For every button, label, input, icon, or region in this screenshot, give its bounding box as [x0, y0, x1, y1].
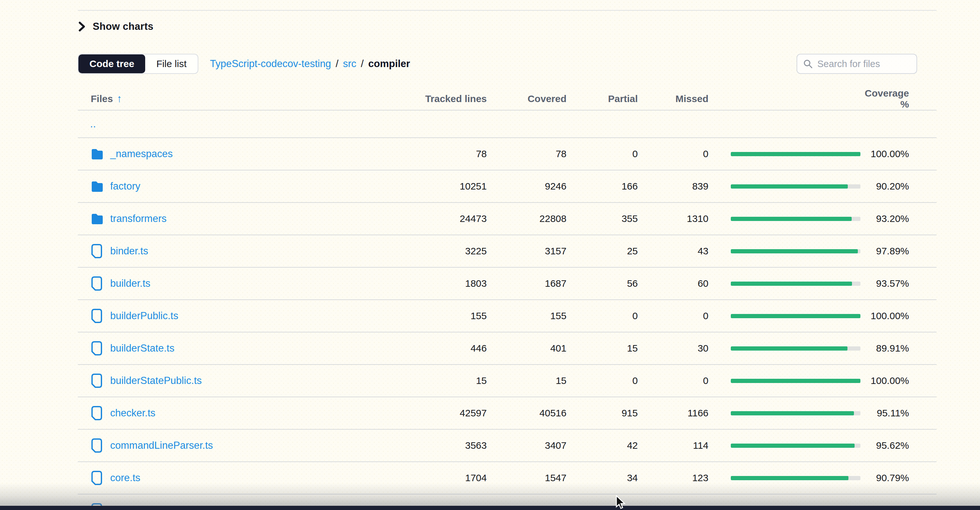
- file-icon: [91, 309, 104, 323]
- header-files[interactable]: Files ↑: [78, 93, 406, 105]
- coverage-percent: 97.89%: [861, 246, 909, 257]
- file-name-cell: core.ts: [78, 471, 406, 485]
- tracked-lines-value: 10251: [406, 181, 487, 192]
- header-tracked-lines[interactable]: Tracked lines: [406, 93, 487, 104]
- coverage-bar-track: [731, 184, 861, 189]
- coverage-bar-fill: [731, 346, 848, 351]
- coverage-bar-cell: [708, 249, 861, 253]
- file-link[interactable]: factory: [110, 181, 140, 192]
- breadcrumb-current: compiler: [368, 58, 410, 70]
- file-name-cell: factory: [78, 179, 406, 194]
- file-icon: [91, 406, 104, 420]
- partial-value: 15: [566, 343, 638, 354]
- tracked-lines-value: 15: [406, 375, 487, 386]
- header-partial[interactable]: Partial: [566, 93, 638, 104]
- tracked-lines-value: 24473: [406, 213, 487, 224]
- breadcrumb-separator: /: [361, 58, 364, 70]
- folder-icon: [91, 179, 104, 194]
- table-row: builder.ts 1803 1687 56 60 93.57%: [78, 268, 937, 300]
- coverage-bar-fill: [731, 443, 854, 448]
- show-charts-label: Show charts: [93, 21, 154, 32]
- search-icon: [803, 59, 813, 69]
- coverage-bar-track: [731, 346, 861, 351]
- tracked-lines-value: 446: [406, 343, 487, 354]
- table-row: core.ts 1704 1547 34 123 90.79%: [78, 462, 937, 494]
- coverage-bar-track: [731, 314, 861, 318]
- covered-value: 1547: [487, 472, 566, 483]
- breadcrumb-repo-link[interactable]: TypeScript-codecov-testing: [210, 58, 331, 70]
- coverage-bar-cell: [708, 379, 861, 383]
- file-link[interactable]: core.ts: [110, 472, 140, 484]
- partial-value: 166: [566, 181, 638, 192]
- file-link[interactable]: builder.ts: [110, 278, 150, 289]
- coverage-percent: 90.20%: [861, 181, 909, 192]
- coverage-bar-fill: [731, 152, 861, 156]
- header-covered[interactable]: Covered: [487, 93, 566, 104]
- chevron-right-icon: [78, 21, 86, 32]
- coverage-percent: 95.62%: [861, 440, 909, 451]
- table-body: _namespaces 78 78 0 0 100.00% factory: [78, 138, 937, 510]
- coverage-bar-cell: [708, 476, 861, 480]
- file-link[interactable]: transformers: [110, 213, 167, 224]
- breadcrumb: TypeScript-codecov-testing / src / compi…: [210, 58, 410, 70]
- file-link[interactable]: builderState.ts: [110, 343, 174, 354]
- folder-icon: [91, 211, 104, 226]
- codecov-file-browser: Show charts Code tree File list TypeScri…: [0, 0, 980, 510]
- missed-value: 1166: [638, 408, 708, 419]
- breadcrumb-src-link[interactable]: src: [343, 58, 356, 70]
- missed-value: 839: [638, 181, 708, 192]
- coverage-percent: 100.00%: [861, 375, 909, 386]
- breadcrumb-separator: /: [336, 58, 339, 70]
- file-name-cell: checker.ts: [78, 406, 406, 420]
- coverage-percent: 100.00%: [861, 148, 909, 159]
- missed-value: 60: [638, 278, 708, 289]
- partial-value: 56: [566, 278, 638, 289]
- file-name-cell: builderState.ts: [78, 341, 406, 356]
- header-missed[interactable]: Missed: [638, 93, 708, 104]
- missed-value: 123: [638, 472, 708, 483]
- coverage-bar-fill: [731, 217, 852, 221]
- coverage-bar-cell: [708, 314, 861, 318]
- header-coverage[interactable]: Coverage %: [861, 88, 909, 110]
- bottom-edge-strip: [0, 506, 980, 510]
- coverage-percent: 89.91%: [861, 343, 909, 354]
- show-charts-toggle[interactable]: Show charts: [78, 21, 154, 32]
- file-link[interactable]: checker.ts: [110, 407, 156, 419]
- tracked-lines-value: 78: [406, 148, 487, 159]
- coverage-bar-track: [731, 281, 861, 286]
- coverage-percent: 93.57%: [861, 278, 909, 289]
- coverage-bar-fill: [731, 314, 861, 318]
- covered-value: 155: [487, 310, 566, 321]
- file-link[interactable]: builderStatePublic.ts: [110, 375, 202, 386]
- coverage-bar-fill: [731, 249, 858, 253]
- files-table: Files ↑ Tracked lines Covered Partial Mi…: [78, 87, 937, 510]
- coverage-bar-track: [731, 217, 861, 221]
- covered-value: 401: [487, 343, 566, 354]
- covered-value: 1687: [487, 278, 566, 289]
- tracked-lines-value: 1704: [406, 472, 487, 483]
- missed-value: 114: [638, 440, 708, 451]
- tracked-lines-value: 1803: [406, 278, 487, 289]
- file-search: [797, 54, 917, 74]
- file-link[interactable]: commandLineParser.ts: [110, 440, 213, 451]
- table-header: Files ↑ Tracked lines Covered Partial Mi…: [78, 87, 937, 111]
- file-link[interactable]: binder.ts: [110, 245, 148, 257]
- parent-directory-link[interactable]: ..: [90, 118, 96, 130]
- search-input[interactable]: [817, 59, 911, 69]
- tracked-lines-value: 3225: [406, 246, 487, 257]
- coverage-bar-cell: [708, 411, 861, 415]
- partial-value: 0: [566, 148, 638, 159]
- file-name-cell: commandLineParser.ts: [78, 439, 406, 453]
- missed-value: 30: [638, 343, 708, 354]
- file-link[interactable]: builderPublic.ts: [110, 310, 178, 322]
- table-row: checker.ts 42597 40516 915 1166 95.11%: [78, 397, 937, 430]
- coverage-bar-track: [731, 443, 861, 448]
- file-link[interactable]: _namespaces: [110, 148, 173, 160]
- coverage-bar-cell: [708, 281, 861, 286]
- file-icon: [91, 276, 104, 291]
- table-row: _namespaces 78 78 0 0 100.00%: [78, 138, 937, 170]
- partial-value: 42: [566, 440, 638, 451]
- file-list-button[interactable]: File list: [145, 54, 197, 73]
- code-tree-button[interactable]: Code tree: [78, 54, 145, 73]
- tracked-lines-value: 42597: [406, 408, 487, 419]
